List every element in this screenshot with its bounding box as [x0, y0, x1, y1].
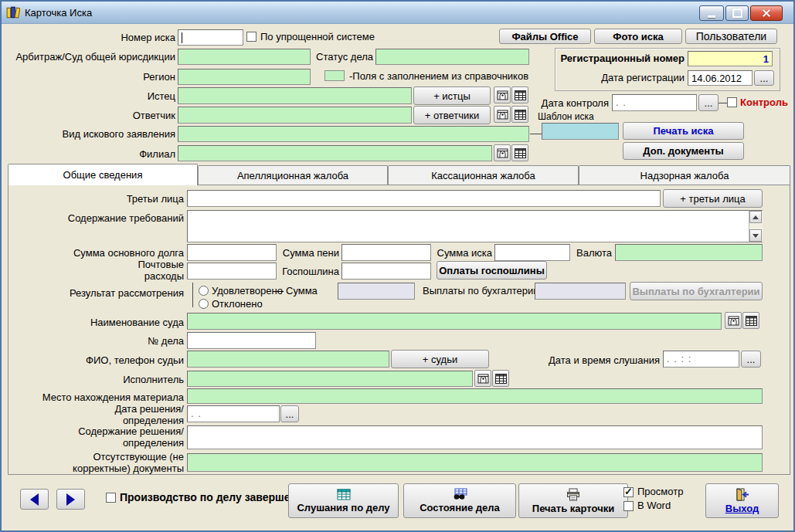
plaintiff-label: Истец	[48, 90, 175, 102]
window-title: Карточка Иска	[25, 7, 92, 19]
to-word-checkbox[interactable]	[623, 501, 634, 511]
claim-card-window: Карточка Иска Номер иска По упрощенной с…	[0, 0, 795, 532]
registration-number-label: Регистрационный номер	[559, 53, 685, 64]
close-icon	[761, 8, 772, 19]
minimize-icon	[708, 15, 715, 18]
branch-label: Филиал	[48, 148, 175, 160]
connector-line	[719, 103, 727, 103]
legend-label: -Поля с заполнением из справочников	[349, 70, 528, 82]
arrow-left-icon	[30, 493, 39, 506]
plaintiff-table-button[interactable]	[511, 86, 528, 103]
defendant-input[interactable]	[178, 107, 412, 124]
add-plaintiffs-button[interactable]: + истцы	[413, 86, 491, 105]
to-word-label: В Word	[637, 500, 671, 511]
plaintiff-input[interactable]	[178, 87, 412, 104]
minimize-button[interactable]	[699, 5, 724, 21]
claim-type-label: Вид искового заявления	[9, 128, 175, 140]
defendant-reference-button[interactable]	[494, 106, 511, 123]
files-office-button[interactable]: Файлы Office	[499, 29, 591, 44]
claim-type-input[interactable]	[178, 126, 529, 142]
connector-line	[530, 134, 542, 134]
defendant-table-button[interactable]	[511, 106, 528, 123]
registration-date-input[interactable]: 14.06.2012	[688, 70, 753, 86]
previous-record-button[interactable]	[20, 489, 49, 510]
simplified-system-label: По упрощенной системе	[260, 31, 375, 42]
print-card-button[interactable]: Печать карточки	[518, 483, 628, 518]
preview-checkbox[interactable]	[623, 487, 634, 497]
users-button[interactable]: Пользователи	[685, 29, 777, 44]
photo-button[interactable]: Фото иска	[594, 29, 682, 44]
claim-number-label: Номер иска	[48, 32, 175, 43]
close-button[interactable]	[750, 5, 783, 21]
general-tab-page	[8, 185, 790, 475]
printer-icon	[566, 488, 581, 501]
exit-button[interactable]: Выход	[705, 483, 779, 518]
preview-label: Просмотр	[637, 486, 683, 497]
table-icon	[515, 90, 526, 100]
hearings-table-icon	[337, 489, 351, 500]
case-state-button[interactable]: Состояние дела	[403, 483, 516, 518]
registration-date-label: Дата регистрации	[559, 72, 685, 83]
case-status-label: Статус дела	[314, 51, 373, 63]
text-caret	[182, 32, 182, 43]
region-label: Регион	[48, 71, 175, 83]
control-label: Контроль	[740, 97, 788, 108]
claim-template-label: Шаблон иска	[538, 111, 594, 122]
tab-appeal[interactable]: Апелляционная жалоба	[198, 165, 388, 185]
control-date-picker-button[interactable]: ...	[698, 94, 719, 111]
case-hearings-label: Слушания по делу	[297, 502, 389, 513]
app-books-icon	[6, 5, 20, 19]
table-icon	[515, 110, 526, 120]
branch-table-button[interactable]	[511, 144, 528, 161]
tab-cassation[interactable]: Кассационная жалоба	[388, 165, 579, 185]
claim-template-input[interactable]	[542, 123, 619, 140]
exit-label: Выход	[725, 503, 759, 514]
branch-reference-button[interactable]	[494, 144, 511, 161]
case-hearings-button[interactable]: Слушания по делу	[288, 483, 399, 518]
print-card-label: Печать карточки	[532, 503, 614, 514]
binoculars-table-icon	[452, 488, 467, 500]
control-date-label: Дата контроля	[535, 97, 609, 109]
registration-date-picker-button[interactable]: ...	[754, 70, 774, 86]
arrow-right-icon	[66, 493, 75, 506]
maximize-icon	[732, 8, 742, 18]
region-input[interactable]	[178, 69, 311, 85]
additional-documents-button[interactable]: Доп. документы	[623, 142, 744, 160]
card-file-icon	[497, 90, 508, 101]
title-bar[interactable]: Карточка Иска	[2, 2, 793, 24]
branch-input[interactable]	[178, 145, 492, 161]
control-checkbox[interactable]	[727, 97, 737, 107]
case-state-label: Состояние дела	[420, 502, 500, 513]
tab-supervisory[interactable]: Надзорная жалоба	[579, 165, 790, 185]
defendant-label: Ответчик	[48, 110, 175, 121]
next-record-button[interactable]	[56, 489, 85, 510]
registration-number-input[interactable]: 1	[688, 51, 773, 66]
plaintiff-reference-button[interactable]	[494, 86, 511, 103]
case-status-input[interactable]	[375, 49, 529, 65]
court-input[interactable]	[178, 49, 311, 65]
exit-door-icon	[735, 488, 750, 501]
table-icon	[515, 148, 526, 158]
card-file-icon	[497, 147, 508, 159]
print-claim-button[interactable]: Печать иска	[623, 122, 744, 140]
maximize-button[interactable]	[725, 5, 749, 21]
control-date-input[interactable]: . .	[612, 94, 697, 111]
tab-general[interactable]: Общие сведения	[8, 164, 198, 185]
add-defendants-button[interactable]: + ответчики	[413, 106, 491, 124]
simplified-system-checkbox[interactable]	[246, 32, 257, 42]
legend-swatch	[324, 70, 345, 81]
case-completed-checkbox[interactable]	[106, 493, 116, 503]
claim-number-input[interactable]	[178, 29, 243, 46]
case-completed-label: Производство по делу завершено	[120, 491, 303, 503]
court-label: Арбитраж/Суд общей юрисдикции	[9, 51, 175, 63]
card-file-icon	[497, 109, 508, 120]
